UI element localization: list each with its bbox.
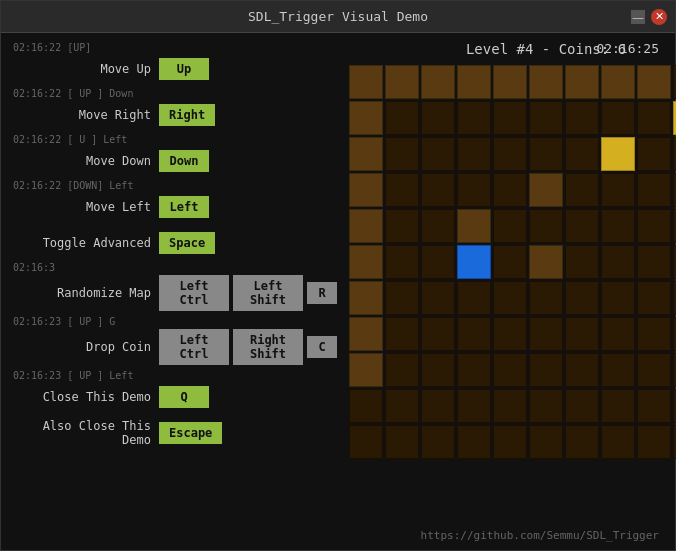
key-left-shift[interactable]: Left Shift xyxy=(233,275,303,311)
grid-cell xyxy=(493,389,527,423)
grid-cell xyxy=(385,137,419,171)
grid-cell xyxy=(493,173,527,207)
grid-cell xyxy=(565,209,599,243)
key-q[interactable]: Q xyxy=(159,386,209,408)
grid-cell xyxy=(457,245,491,279)
grid-cell xyxy=(565,425,599,459)
key-right[interactable]: Right xyxy=(159,104,215,126)
grid-cell xyxy=(565,245,599,279)
grid-cell xyxy=(529,173,563,207)
grid-cell xyxy=(421,65,455,99)
grid-cell xyxy=(421,137,455,171)
action-move-down: Move Down Down xyxy=(9,147,341,175)
label-move-down: Move Down xyxy=(9,154,159,168)
grid-cell xyxy=(385,65,419,99)
key-down[interactable]: Down xyxy=(159,150,209,172)
grid-cell xyxy=(601,65,635,99)
grid-cell xyxy=(385,353,419,387)
footer-link: https://github.com/Semmu/SDL_Trigger xyxy=(421,529,659,542)
grid-cell xyxy=(529,317,563,351)
grid-cell xyxy=(457,317,491,351)
grid-cell xyxy=(529,353,563,387)
grid-cell xyxy=(457,173,491,207)
grid-cell xyxy=(601,101,635,135)
label-move-right: Move Right xyxy=(9,108,159,122)
grid-cell xyxy=(565,137,599,171)
grid-cell xyxy=(349,281,383,315)
grid-cell xyxy=(565,101,599,135)
grid-cell xyxy=(457,353,491,387)
key-escape[interactable]: Escape xyxy=(159,422,222,444)
grid-cell xyxy=(637,101,671,135)
grid-cell xyxy=(421,101,455,135)
grid-cell xyxy=(637,245,671,279)
action-also-close-demo: Also Close This Demo Escape xyxy=(9,419,341,447)
label-also-close-demo: Also Close This Demo xyxy=(9,419,159,447)
grid-cell xyxy=(529,425,563,459)
grid-cell xyxy=(493,65,527,99)
grid-cell xyxy=(349,137,383,171)
grid-cell xyxy=(457,101,491,135)
grid-cell xyxy=(529,137,563,171)
window-title: SDL_Trigger Visual Demo xyxy=(248,9,428,24)
grid-cell xyxy=(493,281,527,315)
grid-cell xyxy=(529,101,563,135)
action-move-right: Move Right Right xyxy=(9,101,341,129)
grid-cell xyxy=(601,353,635,387)
key-left[interactable]: Left xyxy=(159,196,209,218)
grid-cell xyxy=(565,173,599,207)
grid-cell xyxy=(529,209,563,243)
titlebar: SDL_Trigger Visual Demo — ✕ xyxy=(1,1,675,33)
grid-cell xyxy=(529,281,563,315)
grid-cell xyxy=(529,389,563,423)
grid-cell xyxy=(457,65,491,99)
grid-cell xyxy=(421,317,455,351)
log-line-5: 02:16:3 xyxy=(9,261,341,275)
action-toggle-advanced: Toggle Advanced Space xyxy=(9,229,341,257)
key-left-ctrl-2[interactable]: Left Ctrl xyxy=(159,329,229,365)
grid-cell xyxy=(565,281,599,315)
key-c[interactable]: C xyxy=(307,336,337,358)
right-panel: Level #4 - Coins: 6 xyxy=(341,33,676,550)
key-right-shift[interactable]: Right Shift xyxy=(233,329,303,365)
log-line-4: 02:16:22 [DOWN] Left xyxy=(9,179,341,193)
grid-cell xyxy=(637,137,671,171)
grid-cell xyxy=(637,173,671,207)
key-space[interactable]: Space xyxy=(159,232,215,254)
log-line-7: 02:16:23 [ UP ] Left xyxy=(9,369,341,383)
grid-cell xyxy=(457,389,491,423)
log-line-6: 02:16:23 [ UP ] G xyxy=(9,315,341,329)
grid-cell xyxy=(565,65,599,99)
clock-display: 02:16:25 xyxy=(596,41,659,56)
grid-cell xyxy=(601,389,635,423)
close-button[interactable]: ✕ xyxy=(651,9,667,25)
grid-cell xyxy=(493,353,527,387)
key-left-ctrl-1[interactable]: Left Ctrl xyxy=(159,275,229,311)
grid-cell xyxy=(421,425,455,459)
grid-cell xyxy=(493,317,527,351)
label-move-up: Move Up xyxy=(9,62,159,76)
grid-cell xyxy=(457,281,491,315)
label-randomize-map: Randomize Map xyxy=(9,286,159,300)
label-toggle-advanced: Toggle Advanced xyxy=(9,236,159,250)
key-r[interactable]: R xyxy=(307,282,337,304)
grid-cell xyxy=(601,281,635,315)
grid-cell xyxy=(457,137,491,171)
grid-cell xyxy=(637,353,671,387)
grid-cell xyxy=(349,65,383,99)
grid-cell xyxy=(637,65,671,99)
grid-cell xyxy=(601,209,635,243)
grid-cell xyxy=(493,137,527,171)
grid-cell xyxy=(349,425,383,459)
grid-cell xyxy=(601,173,635,207)
grid-cell xyxy=(601,137,635,171)
label-move-left: Move Left xyxy=(9,200,159,214)
action-drop-coin: Drop Coin Left Ctrl Right Shift C xyxy=(9,329,341,365)
grid-cell xyxy=(637,209,671,243)
action-close-demo: Close This Demo Q xyxy=(9,383,341,411)
grid-cell xyxy=(493,101,527,135)
grid-cell xyxy=(385,245,419,279)
key-up[interactable]: Up xyxy=(159,58,209,80)
minimize-button[interactable]: — xyxy=(631,10,645,24)
grid-cell xyxy=(349,101,383,135)
